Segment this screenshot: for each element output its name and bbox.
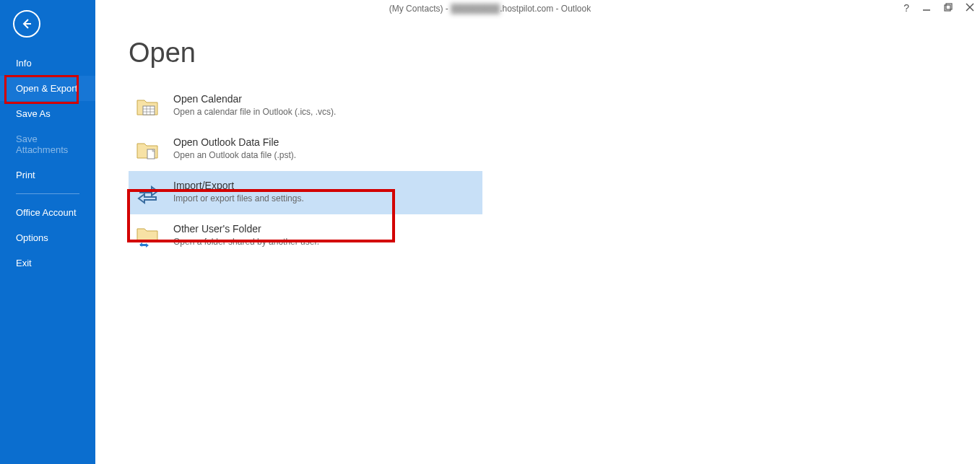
option-text: Import/Export Import or export files and… bbox=[173, 180, 304, 203]
nav-label: Info bbox=[16, 58, 32, 69]
option-title: Other User's Folder bbox=[173, 223, 319, 235]
window-title: (My Contacts) - ████████.hostpilot.com -… bbox=[0, 4, 980, 14]
page-title: Open bbox=[129, 38, 980, 69]
data-file-folder-icon bbox=[136, 138, 160, 162]
option-desc: Open an Outlook data file (.pst). bbox=[173, 150, 296, 160]
option-title: Import/Export bbox=[173, 180, 304, 191]
svg-rect-2 bbox=[946, 4, 952, 9]
nav-office-account[interactable]: Office Account bbox=[0, 200, 95, 225]
option-desc: Import or export files and settings. bbox=[173, 193, 304, 203]
shared-folder-icon bbox=[136, 224, 160, 249]
option-text: Open Outlook Data File Open an Outlook d… bbox=[173, 136, 296, 160]
title-bar: (My Contacts) - ████████.hostpilot.com -… bbox=[0, 0, 980, 17]
minimize-icon[interactable] bbox=[922, 3, 931, 13]
help-icon[interactable]: ? bbox=[903, 3, 909, 13]
option-title: Open Outlook Data File bbox=[173, 136, 296, 148]
title-suffix: .hostpilot.com - Outlook bbox=[500, 4, 591, 14]
nav-label: Open & Export bbox=[16, 83, 77, 94]
nav-print[interactable]: Print bbox=[0, 162, 95, 188]
title-obscured: ████████ bbox=[451, 4, 500, 14]
option-open-data-file[interactable]: Open Outlook Data File Open an Outlook d… bbox=[129, 128, 482, 171]
nav-label: Print bbox=[16, 170, 35, 180]
svg-rect-1 bbox=[945, 5, 950, 11]
import-export-icon bbox=[136, 181, 160, 206]
option-desc: Open a folder shared by another user. bbox=[173, 237, 319, 247]
nav-label: Exit bbox=[16, 258, 32, 268]
nav-label: Office Account bbox=[16, 207, 77, 218]
window-controls: ? bbox=[903, 3, 974, 13]
calendar-folder-icon bbox=[136, 95, 160, 119]
option-other-users-folder[interactable]: Other User's Folder Open a folder shared… bbox=[129, 214, 482, 258]
nav-exit[interactable]: Exit bbox=[0, 250, 95, 276]
option-title: Open Calendar bbox=[173, 93, 336, 105]
option-open-calendar[interactable]: Open Calendar Open a calendar file in Ou… bbox=[129, 84, 482, 128]
option-text: Other User's Folder Open a folder shared… bbox=[173, 223, 319, 247]
option-text: Open Calendar Open a calendar file in Ou… bbox=[173, 93, 336, 117]
nav-label: Save As bbox=[16, 108, 51, 119]
option-import-export[interactable]: Import/Export Import or export files and… bbox=[129, 171, 482, 214]
nav-info[interactable]: Info bbox=[0, 51, 95, 76]
nav-separator bbox=[16, 193, 79, 194]
option-desc: Open a calendar file in Outlook (.ics, .… bbox=[173, 107, 336, 117]
nav-label: Save Attachments bbox=[16, 133, 68, 155]
option-list: Open Calendar Open a calendar file in Ou… bbox=[129, 84, 980, 258]
main-content: Open Open Calendar Open a calendar file … bbox=[95, 0, 980, 464]
nav-options[interactable]: Options bbox=[0, 225, 95, 250]
nav-save-as[interactable]: Save As bbox=[0, 101, 95, 126]
nav-label: Options bbox=[16, 232, 48, 243]
close-icon[interactable] bbox=[966, 3, 974, 13]
svg-rect-6 bbox=[143, 106, 155, 115]
nav-open-export[interactable]: Open & Export bbox=[0, 76, 95, 101]
restore-icon[interactable] bbox=[944, 3, 953, 13]
nav-save-attachments: Save Attachments bbox=[0, 126, 95, 162]
backstage-sidebar: Info Open & Export Save As Save Attachme… bbox=[0, 0, 95, 464]
title-prefix: (My Contacts) - bbox=[389, 4, 451, 14]
